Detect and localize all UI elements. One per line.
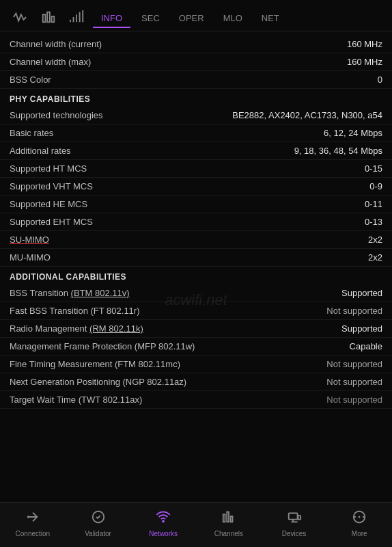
validator-icon [91,509,106,528]
bottom-navigation: Connection Validator Networks Chann [0,502,392,547]
info-row: Basic rates6, 12, 24 Mbps [0,124,392,142]
row-label: SU-MIMO [10,235,368,245]
wave-icon[interactable] [7,5,33,31]
tab-info[interactable]: INFO [93,9,130,27]
nav-devices[interactable]: Devices [262,507,327,540]
top-navigation: INFO SEC OPER MLO NET [0,0,392,31]
nav-networks[interactable]: Networks [130,507,196,540]
nav-more[interactable]: More [326,507,392,540]
info-row: MU-MIMO2x2 [0,249,392,267]
tab-mlo[interactable]: MLO [215,9,251,27]
row-label: Channel width (max) [10,57,347,67]
row-label: Fast BSS Transition (FT 802.11r) [10,306,326,316]
row-value: 160 MHz [347,39,382,49]
svg-rect-0 [43,14,46,22]
tab-oper[interactable]: OPER [171,9,212,27]
info-row: Supported HE MCS0-11 [0,196,392,213]
row-value: BE2882, AX2402, AC1733, N300, a54 [232,110,382,120]
row-label: Target Wait Time (TWT 802.11ax) [10,395,326,405]
row-value: 160 MHz [347,57,382,67]
svg-rect-1 [47,12,50,23]
info-row: Supported HT MCS0-15 [0,160,392,178]
row-value: 2x2 [368,235,382,245]
row-value: 2x2 [368,252,382,263]
nav-connection-label: Connection [16,530,51,537]
channels-icon [221,509,236,528]
row-label: Supported HT MCS [10,163,365,174]
svg-point-10 [163,521,164,522]
row-label: Supported HE MCS [10,199,365,209]
row-label: Management Frame Protection (MFP 802.11w… [10,341,350,351]
row-label: MU-MIMO [10,252,368,263]
row-label: Additional rates [10,146,294,156]
info-row: Target Wait Time (TWT 802.11ax)Not suppo… [0,391,392,409]
content-area: acwifi.net Channel width (current)160 MH… [0,31,392,502]
row-label: BSS Transition (BTM 802.11v) [10,288,341,298]
section-header: PHY CAPABILITIES [0,89,392,107]
row-value: 6, 12, 24 Mbps [324,128,382,138]
svg-rect-14 [288,513,297,520]
row-value: 0-15 [365,163,382,174]
row-value: Not supported [326,359,382,369]
row-value: 0-13 [365,217,382,227]
tab-sec[interactable]: SEC [133,9,168,27]
row-label: Supported VHT MCS [10,181,369,191]
nav-validator-label: Validator [85,530,111,537]
info-row: SU-MIMO2x2 [0,231,392,249]
info-row: Additional rates9, 18, 36, 48, 54 Mbps [0,142,392,160]
info-row: Supported EHT MCS0-13 [0,213,392,231]
row-label: Next Generation Positioning (NGP 802.11a… [10,377,326,387]
svg-rect-12 [227,512,229,522]
nav-networks-label: Networks [149,530,178,537]
row-label: Fine Timing Measurement (FTM 802.11mc) [10,359,326,369]
row-value: 9, 18, 36, 48, 54 Mbps [294,146,382,156]
row-value: Supported [341,288,382,298]
svg-point-19 [359,516,361,518]
svg-rect-11 [223,514,225,522]
nav-devices-label: Devices [282,530,307,537]
svg-rect-13 [231,516,233,522]
row-label: Radio Management (RM 802.11k) [10,323,341,334]
row-label: BSS Color [10,75,378,85]
nav-channels[interactable]: Channels [196,507,262,540]
nav-channels-label: Channels [214,530,243,537]
devices-icon [287,509,302,528]
chart-icon[interactable] [36,5,61,31]
nav-validator[interactable]: Validator [66,507,131,540]
row-value: Capable [350,341,382,351]
section-header: ADDITIONAL CAPABILITIES [0,267,392,284]
more-icon [352,509,367,528]
row-label: Supported EHT MCS [10,217,365,227]
row-value: Not supported [326,395,382,405]
nav-more-label: More [352,530,367,537]
networks-icon [156,509,171,528]
row-value: 0-11 [365,199,382,209]
info-row: Fine Timing Measurement (FTM 802.11mc)No… [0,356,392,373]
svg-point-8 [27,516,30,518]
connection-icon [25,509,40,528]
info-row: Supported VHT MCS0-9 [0,178,392,196]
row-value: 0 [378,75,382,85]
info-row: Fast BSS Transition (FT 802.11r)Not supp… [0,302,392,320]
info-row: Management Frame Protection (MFP 802.11w… [0,338,392,356]
tab-net[interactable]: NET [253,9,288,27]
row-label: Channel width (current) [10,39,347,49]
row-value: 0-9 [369,181,382,191]
row-label: Basic rates [10,128,324,138]
info-row: Next Generation Positioning (NGP 802.11a… [0,373,392,391]
row-value: Not supported [326,306,382,316]
signal-icon[interactable] [64,5,90,31]
info-row: Supported technologiesBE2882, AX2402, AC… [0,107,392,124]
row-label: Supported technologies [10,110,232,120]
row-value: Supported [341,323,382,334]
info-row: BSS Transition (BTM 802.11v)Supported [0,284,392,302]
svg-rect-2 [52,16,55,22]
svg-rect-17 [298,516,300,520]
info-row: Channel width (max)160 MHz [0,53,392,71]
info-row: Channel width (current)160 MHz [0,36,392,53]
nav-connection[interactable]: Connection [0,507,66,540]
row-value: Not supported [326,377,382,387]
info-row: Radio Management (RM 802.11k)Supported [0,320,392,338]
info-row: BSS Color0 [0,71,392,89]
